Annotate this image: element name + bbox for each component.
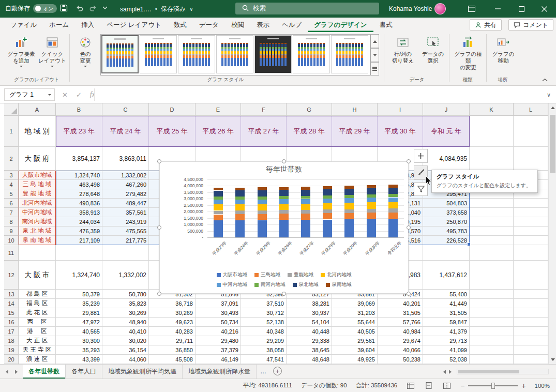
cell-A14[interactable]: 福 島 区: [19, 299, 56, 308]
cell-F20[interactable]: 47,541: [241, 355, 287, 364]
page-layout-view-button[interactable]: [424, 381, 433, 390]
select-all-corner[interactable]: [4, 103, 19, 116]
row-header-3[interactable]: 3: [4, 171, 19, 180]
chart-style-thumbnail-3[interactable]: [178, 35, 215, 73]
cell-A9[interactable]: 泉 北 地 域: [19, 227, 56, 236]
row-header-16[interactable]: 16: [4, 318, 19, 327]
cell-L1[interactable]: [514, 116, 548, 147]
cell-H16[interactable]: 55,644: [332, 318, 378, 327]
cell-B19[interactable]: 35,293: [56, 345, 102, 355]
minimize-button[interactable]: [486, 0, 509, 18]
cell-L17[interactable]: [514, 327, 548, 336]
cell-E1[interactable]: 平成 26 年: [196, 116, 241, 147]
cell-D1[interactable]: 平成 25 年: [149, 116, 196, 147]
column-header-E[interactable]: E: [196, 103, 241, 116]
cell-L20[interactable]: [514, 355, 548, 364]
vertical-scrollbar-thumb[interactable]: [550, 115, 555, 173]
cell-L18[interactable]: [514, 336, 548, 345]
cell-E18[interactable]: 29,480: [196, 336, 241, 345]
cell-A18[interactable]: 大 正 区: [19, 336, 56, 345]
cell-H20[interactable]: 49,925: [332, 355, 378, 364]
cell-C12[interactable]: 1,332,002: [102, 261, 149, 290]
cell-G14[interactable]: 38,281: [287, 299, 332, 308]
ribbon-tab-3[interactable]: ページ レイアウト: [100, 18, 168, 32]
normal-view-button[interactable]: [406, 381, 415, 390]
legend-item[interactable]: 泉北地域: [293, 281, 319, 288]
chart-resize-handle[interactable]: [282, 292, 286, 296]
change-chart-type-button[interactable]: グラフの種類 の変更: [452, 34, 484, 78]
cell-L6[interactable]: [514, 199, 548, 208]
cell-J6[interactable]: 504,803: [423, 199, 470, 208]
cell-D17[interactable]: 40,283: [149, 327, 196, 336]
column-header-B[interactable]: B: [56, 103, 102, 116]
cell-I18[interactable]: 29,674: [378, 336, 423, 345]
chart-elements-button[interactable]: [414, 149, 428, 163]
cell-F15[interactable]: 30,712: [241, 308, 287, 318]
chart-style-thumbnail-2[interactable]: [140, 35, 177, 73]
ribbon-tab-6[interactable]: 校閲: [225, 18, 250, 32]
cell-F18[interactable]: 29,209: [241, 336, 287, 345]
legend-item[interactable]: 泉南地域: [326, 281, 352, 288]
cell-I1[interactable]: 平成 30 年: [378, 116, 423, 147]
row-header-18[interactable]: 18: [4, 336, 19, 345]
chart-style-thumbnail-7[interactable]: [331, 35, 368, 73]
row-header-12[interactable]: 12: [4, 261, 19, 290]
cell-J9[interactable]: 495,783: [423, 227, 470, 236]
cell-A5[interactable]: 豊 能 地 域: [19, 189, 56, 199]
cell-C3[interactable]: 1,332,002: [102, 171, 149, 180]
cell-K1[interactable]: [470, 116, 514, 147]
cell-H14[interactable]: 39,069: [332, 299, 378, 308]
cell-E14[interactable]: 37,091: [196, 299, 241, 308]
cell-J12[interactable]: 1,437,612: [423, 261, 470, 290]
cell-L11[interactable]: [514, 245, 548, 261]
ribbon-tab-5[interactable]: データ: [193, 18, 225, 32]
chart-style-thumbnail-4[interactable]: [216, 35, 253, 73]
cell-A12[interactable]: 大 阪 市: [19, 261, 56, 290]
sheet-tab-2[interactable]: 地域気象観測所平均気温: [102, 365, 183, 379]
legend-item[interactable]: 三島地域: [254, 272, 280, 278]
sheet-tab-3[interactable]: 地域気象観測所降水量: [183, 365, 257, 379]
cell-B10[interactable]: 217,109: [56, 236, 102, 245]
cell-B6[interactable]: 490,836: [56, 199, 102, 208]
cell-E17[interactable]: 40,216: [196, 327, 241, 336]
cancel-icon[interactable]: ✕: [62, 91, 68, 99]
select-data-button[interactable]: データの 選択: [419, 34, 447, 78]
toggle-switch[interactable]: オン: [33, 4, 57, 13]
cell-J13[interactable]: 55,400: [423, 290, 470, 299]
redo-button[interactable]: [89, 4, 97, 14]
chart-legend-row-2[interactable]: 中河内地域南河内地域泉北地域泉南地域: [160, 281, 408, 288]
switch-row-column-button[interactable]: 行/列の 切り替え: [388, 34, 418, 78]
collapse-ribbon-button[interactable]: [542, 74, 548, 84]
cell-B9[interactable]: 476,359: [56, 227, 102, 236]
cell-F19[interactable]: 38,058: [241, 345, 287, 355]
row-header-20[interactable]: 20: [4, 355, 19, 364]
cell-K9[interactable]: [470, 227, 514, 236]
cell-J2[interactable]: 4,084,935: [423, 147, 470, 171]
cell-C11[interactable]: [102, 245, 149, 261]
row-header-2[interactable]: 2: [4, 147, 19, 171]
cell-A19[interactable]: 天 王 寺 区: [19, 345, 56, 355]
cell-A17[interactable]: 港 区: [19, 327, 56, 336]
cell-L19[interactable]: [514, 345, 548, 355]
column-header-L[interactable]: L: [514, 103, 548, 116]
scroll-down-arrow[interactable]: [549, 356, 556, 364]
row-header-11[interactable]: 11: [4, 245, 19, 261]
gallery-more-button[interactable]: [370, 62, 379, 76]
cell-C16[interactable]: 48,940: [102, 318, 149, 327]
cell-K13[interactable]: [470, 290, 514, 299]
cell-D18[interactable]: 29,711: [149, 336, 196, 345]
cell-G17[interactable]: 40,448: [287, 327, 332, 336]
sheet-nav-left-button[interactable]: [0, 365, 11, 379]
chart-resize-handle[interactable]: [157, 159, 161, 163]
cell-J15[interactable]: 31,505: [423, 308, 470, 318]
cell-A16[interactable]: 西 区: [19, 318, 56, 327]
cell-K7[interactable]: [470, 208, 514, 217]
column-header-I[interactable]: I: [378, 103, 423, 116]
cell-A2[interactable]: 大 阪 府: [19, 147, 56, 171]
cell-C19[interactable]: 36,154: [102, 345, 149, 355]
cell-F1[interactable]: 平成 27 年: [241, 116, 287, 147]
cell-L15[interactable]: [514, 308, 548, 318]
chart-resize-handle[interactable]: [157, 225, 161, 230]
cell-G20[interactable]: 48,648: [287, 355, 332, 364]
formula-input[interactable]: [94, 88, 538, 101]
